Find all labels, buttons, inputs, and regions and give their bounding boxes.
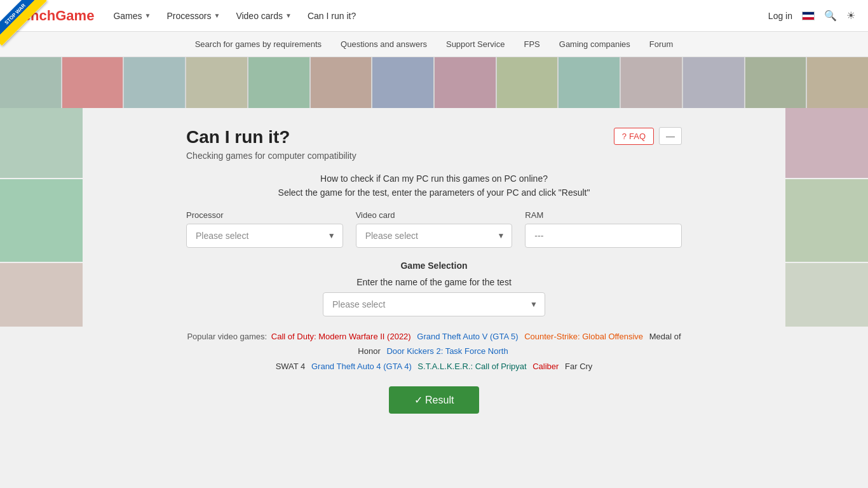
- popular-game-2[interactable]: Grand Theft Auto V (GTA 5): [417, 332, 518, 341]
- result-section: ✓ Result: [186, 386, 682, 414]
- content-box: Can I run it? Checking games for compute…: [85, 108, 783, 445]
- processor-select-wrapper: Please select ▼: [186, 224, 343, 248]
- ram-label: RAM: [525, 210, 682, 220]
- game-selection-label: Game Selection: [186, 261, 682, 271]
- ram-input[interactable]: [525, 224, 682, 248]
- ram-group: RAM: [525, 210, 682, 248]
- game-thumb-12: [683, 57, 744, 108]
- form-section: Processor Please select ▼ Video card Ple…: [186, 210, 682, 316]
- game-thumb-7: [372, 57, 433, 108]
- popular-game-9[interactable]: Caliber: [532, 362, 559, 371]
- sub-nav: Search for games by requirements Questio…: [0, 32, 868, 57]
- processor-group: Processor Please select ▼: [186, 210, 343, 248]
- search-icon[interactable]: 🔍: [824, 10, 837, 22]
- title-group: Can I run it? Checking games for compute…: [186, 127, 356, 161]
- result-button[interactable]: ✓ Result: [389, 386, 480, 414]
- game-selection-section: Game Selection Enter the name of the gam…: [186, 261, 682, 316]
- sub-nav-forum[interactable]: Forum: [649, 39, 674, 49]
- page-subtitle: Checking games for computer compatibilit…: [186, 151, 356, 161]
- sub-nav-fps[interactable]: FPS: [524, 39, 539, 49]
- game-thumb-5: [248, 57, 309, 108]
- game-thumb-2: [62, 57, 123, 108]
- language-flag-icon[interactable]: [802, 11, 815, 20]
- right-thumb-2: [785, 179, 868, 262]
- right-thumb-1: [785, 108, 868, 178]
- info-text: How to check if Can my PC run this games…: [186, 173, 682, 198]
- popular-label: Popular video games:: [187, 332, 267, 341]
- popular-game-5[interactable]: Door Kickers 2: Task Force North: [386, 346, 508, 356]
- game-thumb-4: [186, 57, 247, 108]
- game-thumb-1: [0, 57, 61, 108]
- processors-arrow-icon: ▼: [214, 12, 220, 19]
- game-thumb-10: [559, 57, 620, 108]
- main-wrapper: Can I run it? Checking games for compute…: [0, 108, 868, 445]
- game-thumb-13: [745, 57, 806, 108]
- side-thumbs-right: [785, 108, 868, 327]
- popular-games: Popular video games: Call of Duty: Moder…: [186, 329, 682, 374]
- popular-game-6[interactable]: SWAT 4: [276, 362, 306, 371]
- videocards-arrow-icon: ▼: [285, 12, 292, 19]
- sub-nav-search-games[interactable]: Search for games by requirements: [195, 39, 322, 49]
- info-line2: Select the game for the test, enter the …: [186, 187, 682, 198]
- sub-nav-qa[interactable]: Questions and answers: [341, 39, 427, 49]
- videocard-label: Video card: [356, 210, 513, 220]
- game-thumb-14: [807, 57, 868, 108]
- header: BenchGame Games ▼ Processors ▼ Video car…: [0, 0, 868, 32]
- game-select-wrapper: Please select ▼: [323, 292, 545, 316]
- popular-game-3[interactable]: Counter-Strike: Global Offensive: [524, 332, 643, 341]
- right-thumb-3: [785, 263, 868, 327]
- game-select[interactable]: Please select: [323, 292, 545, 316]
- side-thumbs-left: [0, 108, 83, 327]
- game-thumb-3: [124, 57, 185, 108]
- question-icon: ?: [622, 132, 627, 141]
- header-left: BenchGame Games ▼ Processors ▼ Video car…: [13, 7, 362, 25]
- faq-button[interactable]: ? FAQ: [614, 128, 654, 145]
- info-line1: How to check if Can my PC run this games…: [186, 173, 682, 184]
- header-right: Log in 🔍 ☀: [768, 10, 855, 22]
- top-game-strip: [0, 57, 868, 108]
- nav-games[interactable]: Games ▼: [107, 7, 157, 25]
- popular-game-7[interactable]: Grand Theft Auto 4 (GTA 4): [311, 362, 412, 371]
- game-thumb-11: [621, 57, 682, 108]
- title-buttons: ? FAQ —: [614, 127, 682, 145]
- game-thumb-9: [497, 57, 558, 108]
- left-thumb-3: [0, 263, 83, 327]
- logo-game: Game: [55, 8, 94, 24]
- nav-videocards[interactable]: Video cards ▼: [229, 7, 298, 25]
- videocard-group: Video card Please select ▼: [356, 210, 513, 248]
- popular-game-8[interactable]: S.T.A.L.K.E.R.: Call of Pripyat: [417, 362, 526, 371]
- popular-game-10[interactable]: Far Cry: [565, 362, 592, 371]
- processor-label: Processor: [186, 210, 343, 220]
- page-title-section: Can I run it? Checking games for compute…: [186, 127, 682, 161]
- left-thumb-2: [0, 179, 83, 262]
- sub-nav-support[interactable]: Support Service: [446, 39, 505, 49]
- page-title: Can I run it?: [186, 127, 356, 147]
- ukraine-banner: STOP WAR IN UKRAINE: [0, 0, 51, 51]
- game-thumb-8: [435, 57, 496, 108]
- popular-game-1[interactable]: Call of Duty: Modern Warfare II (2022): [271, 332, 411, 341]
- nav-processors[interactable]: Processors ▼: [160, 7, 226, 25]
- game-thumb-6: [311, 57, 372, 108]
- ukraine-banner-text: STOP WAR IN UKRAINE: [0, 0, 47, 46]
- pc-specs-row: Processor Please select ▼ Video card Ple…: [186, 210, 682, 248]
- sub-nav-gaming-companies[interactable]: Gaming companies: [559, 39, 630, 49]
- left-thumb-1: [0, 108, 83, 178]
- processor-select[interactable]: Please select: [186, 224, 343, 248]
- game-name-label: Enter the name of the game for the test: [186, 277, 682, 287]
- videocard-select[interactable]: Please select: [356, 224, 513, 248]
- videocard-select-wrapper: Please select ▼: [356, 224, 513, 248]
- games-arrow-icon: ▼: [145, 12, 151, 19]
- collapse-button[interactable]: —: [659, 127, 682, 145]
- nav-can-i-run-it[interactable]: Can I run it?: [301, 7, 362, 25]
- login-button[interactable]: Log in: [768, 11, 792, 21]
- main-nav: Games ▼ Processors ▼ Video cards ▼ Can I…: [107, 7, 362, 25]
- theme-icon[interactable]: ☀: [846, 10, 855, 22]
